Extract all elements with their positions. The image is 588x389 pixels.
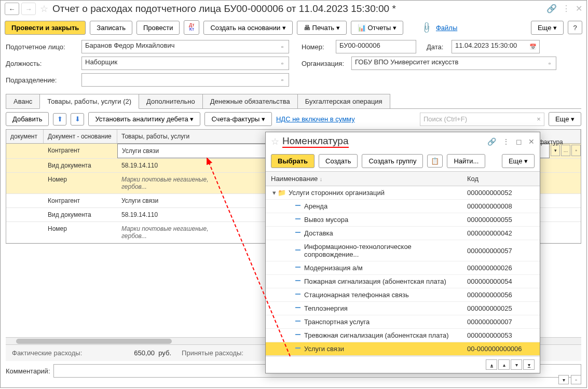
popup-select-button[interactable]: Выбрать <box>271 154 314 168</box>
popup-find-button[interactable]: Найти... <box>447 154 485 168</box>
cell-basis: Вид документа <box>44 208 117 221</box>
help-button[interactable]: ? <box>568 21 582 34</box>
corner-btn-2[interactable]: ▫ <box>571 375 581 384</box>
actual-expenses-label: Фактические расходы: <box>12 349 82 357</box>
search-input[interactable]: Поиск (Ctrl+F) × <box>420 113 544 126</box>
tree-item-row[interactable]: Доставка000000000042 <box>266 227 540 240</box>
org-input[interactable]: ГОБУ ВПО Университет искусств ▫ <box>351 57 556 70</box>
item-icon <box>295 232 300 233</box>
number-input[interactable]: БУ00-000006 <box>336 40 416 53</box>
dept-label: Подразделение: <box>6 76 78 84</box>
add-button[interactable]: Добавить <box>6 112 49 126</box>
th-document[interactable]: документ <box>6 130 44 143</box>
move-down-button[interactable]: ⬇ <box>71 113 84 126</box>
select-icon[interactable]: ▫ <box>544 58 555 68</box>
popup-th-code[interactable]: Код <box>467 175 535 183</box>
tree-item-row[interactable]: Модернизация а/м000000000026 <box>266 261 540 275</box>
page-down-button[interactable]: ▾ <box>511 359 522 370</box>
dept-input[interactable]: ▫ <box>81 73 289 87</box>
tree-item-row[interactable]: Информационно-технологическое сопровожде… <box>266 240 540 261</box>
debit-credit-button[interactable]: ДтКт <box>184 20 199 35</box>
cell-basis: Контрагент <box>44 144 117 158</box>
corner-btn-1[interactable]: ▾ <box>558 375 569 384</box>
tree-item-row[interactable]: Транспортная услуга000000000007 <box>266 315 540 329</box>
page-last-button[interactable]: ▾̲ <box>523 359 535 370</box>
back-button[interactable]: ← <box>5 3 19 15</box>
item-icon <box>295 294 300 295</box>
th-invoice[interactable]: фактура <box>537 136 580 148</box>
tree-folder-row[interactable]: ▾📁Услуги сторонних организаций0000000000… <box>266 186 540 200</box>
item-icon <box>295 280 300 281</box>
submit-close-button[interactable]: Провести и закрыть <box>5 21 86 35</box>
window-title: Отчет о расходах подотчетного лица БУ00-… <box>52 3 396 15</box>
link-icon[interactable]: 🔗 <box>546 4 557 13</box>
popup-close-icon[interactable]: ✕ <box>528 137 535 146</box>
number-label: Номер: <box>302 43 333 51</box>
create-based-button[interactable]: Создать на основании ▾ <box>203 21 293 35</box>
page-first-button[interactable]: ▴̲ <box>486 359 497 370</box>
reports-button[interactable]: 📊 Отчеты ▾ <box>351 21 403 35</box>
close-window-icon[interactable]: ✕ <box>576 4 582 13</box>
print-button[interactable]: 🖶 Печать ▾ <box>297 21 347 35</box>
sub-more-button[interactable]: Еще ▾ <box>549 112 581 126</box>
files-link[interactable]: Файлы <box>436 24 457 32</box>
tab-advance[interactable]: Аванс <box>6 94 40 108</box>
page-up-button[interactable]: ▴ <box>498 359 510 370</box>
forward-button[interactable]: → <box>21 3 36 15</box>
tree-item-row[interactable]: Стационарная телефонная связь00000000005… <box>266 288 540 302</box>
person-label: Подотчетное лицо: <box>6 43 78 51</box>
item-icon <box>295 218 300 219</box>
tree-collapse-icon[interactable]: ▾ <box>271 189 277 197</box>
select-icon[interactable]: ▫ <box>277 41 288 52</box>
tab-goods[interactable]: Товары, работы, услуги (2) <box>39 94 139 109</box>
select-icon[interactable]: ▫ <box>277 58 288 68</box>
popup-create-group-button[interactable]: Создать группу <box>362 154 423 168</box>
accepted-expenses-label: Принятые расходы: <box>182 349 243 357</box>
position-input[interactable]: Наборщик ▫ <box>81 57 289 70</box>
set-debit-button[interactable]: Установить аналитику дебета ▾ <box>88 112 200 126</box>
tree-item-row[interactable]: Тревожная сигнализация (абонентская плат… <box>266 329 540 342</box>
tree-item-row[interactable]: Аренда000000000008 <box>266 200 540 213</box>
popup-refresh-button[interactable]: 📋 <box>427 155 443 168</box>
more-button[interactable]: Еще ▾ <box>531 21 564 35</box>
cell-basis: Контрагент <box>44 194 117 207</box>
tree-item-row[interactable]: Услуги связи00-000000000006 <box>266 342 540 356</box>
attachment-icon[interactable]: 📎 <box>420 21 433 34</box>
calendar-icon[interactable]: 📅 <box>528 41 538 52</box>
invoices-button[interactable]: Счета-фактуры ▾ <box>204 112 272 126</box>
item-icon <box>295 205 300 206</box>
tree-item-row[interactable]: Теплоэнергия000000000025 <box>266 302 540 315</box>
tab-accounting[interactable]: Бухгалтерская операция <box>297 94 390 108</box>
item-icon <box>295 267 300 268</box>
popup-link-icon[interactable]: 🔗 <box>487 137 496 146</box>
select-icon[interactable]: ▫ <box>277 75 288 85</box>
item-icon <box>295 307 300 308</box>
move-up-button[interactable]: ⬆ <box>53 113 66 126</box>
th-basis[interactable]: Документ - основание <box>44 130 117 143</box>
tree-item-row[interactable]: Вывоз мусора000000000055 <box>266 213 540 227</box>
position-label: Должность: <box>6 60 78 67</box>
submit-button[interactable]: Провести <box>136 21 180 35</box>
popup-create-button[interactable]: Создать <box>319 154 358 168</box>
popup-more-button[interactable]: Еще ▾ <box>502 154 535 168</box>
person-input[interactable]: Баранов Федор Михайлович ▫ <box>81 40 289 53</box>
favorite-icon[interactable]: ☆ <box>40 3 48 15</box>
popup-maximize-icon[interactable]: ◻ <box>516 137 522 146</box>
date-input[interactable]: 11.04.2023 15:30:00 📅 <box>452 40 540 53</box>
tab-money[interactable]: Денежные обязательства <box>202 94 298 108</box>
save-button[interactable]: Записать <box>90 21 132 35</box>
sort-icon: ↓ <box>320 176 323 182</box>
tab-additional[interactable]: Дополнительно <box>139 94 203 108</box>
popup-menu-icon[interactable]: ⋮ <box>502 137 510 146</box>
item-icon <box>295 334 300 335</box>
popup-favorite-icon[interactable]: ☆ <box>271 136 279 147</box>
comment-label: Комментарий: <box>6 367 50 375</box>
cell-goods: 58.19.14.110 <box>117 208 221 221</box>
popup-th-name[interactable]: Наименование ↓ <box>271 175 467 183</box>
clear-search-icon[interactable]: × <box>537 115 541 123</box>
menu-icon[interactable]: ⋮ <box>562 4 570 13</box>
nomenclature-popup: ☆ Номенклатура 🔗 ⋮ ◻ ✕ Выбрать Создать С… <box>265 132 540 373</box>
vat-link[interactable]: НДС не включен в сумму <box>276 115 355 123</box>
cell-goods: Марки почтовые негашеные, гербов... <box>117 222 221 243</box>
tree-item-row[interactable]: Пожарная сигнализация (абонентская плата… <box>266 275 540 288</box>
